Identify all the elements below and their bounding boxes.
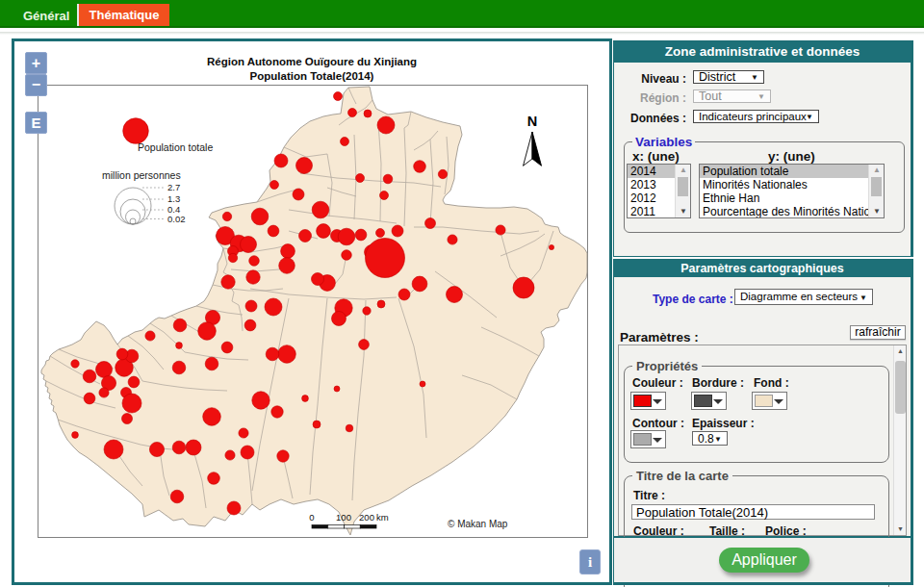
svg-text:N: N bbox=[527, 114, 537, 129]
svg-text:Population Totale(2014): Population Totale(2014) bbox=[250, 70, 374, 82]
svg-text:Population totale: Population totale bbox=[138, 141, 213, 153]
svg-text:0.02: 0.02 bbox=[167, 214, 186, 224]
svg-text:km: km bbox=[376, 512, 389, 523]
svg-text:200: 200 bbox=[359, 512, 374, 523]
svg-text:million personnes: million personnes bbox=[102, 169, 181, 181]
svg-text:Région Autonome Ouïgoure du Xi: Région Autonome Ouïgoure du Xinjiang bbox=[207, 56, 417, 67]
svg-text:1.3: 1.3 bbox=[167, 193, 180, 204]
svg-text:2.7: 2.7 bbox=[167, 182, 180, 192]
svg-text:0: 0 bbox=[309, 512, 314, 523]
svg-text:100: 100 bbox=[336, 512, 351, 523]
svg-text:© Makan Map: © Makan Map bbox=[448, 519, 508, 529]
